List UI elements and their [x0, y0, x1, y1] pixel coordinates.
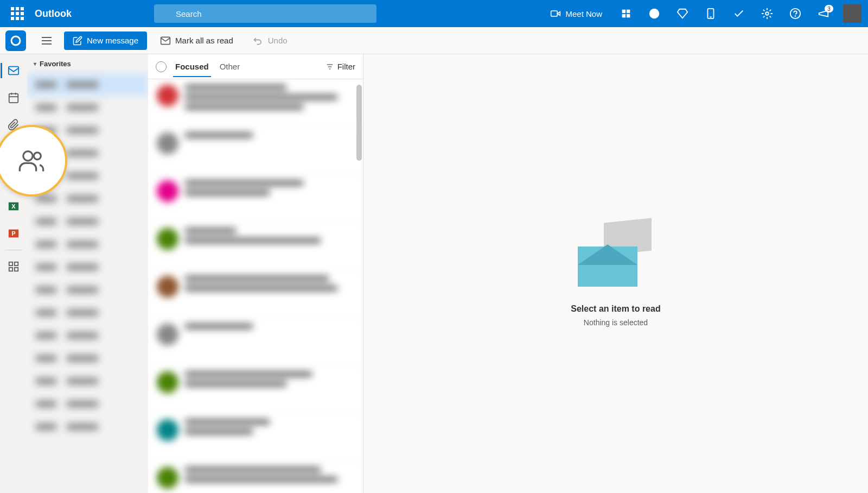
skype-button[interactable]	[641, 1, 667, 27]
message-item[interactable]	[148, 318, 363, 366]
outlook-icon	[9, 34, 22, 47]
filter-label: Filter	[337, 62, 355, 71]
search-input[interactable]	[154, 4, 376, 23]
meet-now-label: Meet Now	[565, 9, 602, 18]
message-list-body[interactable]	[148, 79, 363, 493]
mail-icon	[8, 65, 20, 77]
svg-rect-4	[622, 10, 626, 13]
svg-point-31	[34, 153, 41, 160]
message-list-pane: Focused Other Filter	[148, 54, 363, 493]
empty-state-illustration	[578, 220, 654, 291]
svg-text:P: P	[11, 230, 15, 237]
envelope-open-icon	[160, 35, 171, 46]
compose-icon	[73, 36, 82, 46]
sender-avatar	[157, 276, 178, 298]
teams-button[interactable]	[613, 1, 639, 27]
message-item[interactable]	[148, 270, 363, 318]
empty-state-subtitle: Nothing is selected	[584, 318, 648, 327]
sender-avatar	[157, 467, 178, 489]
svg-rect-5	[627, 10, 630, 13]
undo-button[interactable]: Undo	[246, 32, 294, 49]
folder-item[interactable]	[27, 210, 148, 233]
excel-icon: X	[8, 200, 20, 212]
premium-button[interactable]	[669, 1, 695, 27]
folder-item[interactable]	[27, 301, 148, 324]
outlook-logo	[5, 30, 26, 51]
new-message-button[interactable]: New message	[64, 31, 147, 50]
svg-rect-2	[551, 11, 558, 16]
rail-excel[interactable]: X	[1, 193, 27, 219]
folder-item[interactable]	[27, 393, 148, 415]
todo-button[interactable]	[726, 1, 752, 27]
svg-point-8	[649, 9, 659, 18]
message-item[interactable]	[148, 127, 363, 175]
favorites-header[interactable]: ▾ Favorites	[27, 54, 148, 73]
favorites-label: Favorites	[40, 60, 71, 68]
mark-all-read-button[interactable]: Mark all as read	[154, 32, 240, 49]
app-launcher-button[interactable]	[4, 1, 30, 27]
undo-icon	[253, 35, 264, 46]
header-actions: Meet Now	[541, 1, 864, 27]
meet-now-button[interactable]: Meet Now	[541, 8, 611, 19]
svg-rect-29	[15, 268, 18, 271]
message-item[interactable]	[148, 223, 363, 270]
rail-divider	[5, 250, 22, 250]
search-container	[154, 4, 376, 23]
message-item[interactable]	[148, 462, 363, 493]
folder-item[interactable]	[27, 233, 148, 256]
message-item[interactable]	[148, 175, 363, 223]
filter-button[interactable]: Filter	[326, 62, 355, 71]
message-item[interactable]	[148, 414, 363, 462]
command-toolbar: New message Mark all as read Undo	[0, 27, 868, 54]
rail-calendar[interactable]	[1, 85, 27, 111]
svg-point-30	[23, 151, 33, 161]
people-icon	[17, 147, 46, 175]
message-item[interactable]	[148, 366, 363, 414]
gear-icon	[761, 8, 773, 20]
folder-item[interactable]	[27, 279, 148, 301]
svg-text:X: X	[11, 203, 16, 210]
settings-button[interactable]	[754, 1, 780, 27]
folder-item[interactable]	[27, 73, 148, 96]
empty-state-title: Select an item to read	[571, 304, 660, 314]
outlook-mobile-button[interactable]	[698, 1, 724, 27]
reading-pane: Select an item to read Nothing is select…	[363, 54, 868, 493]
folder-item[interactable]	[27, 256, 148, 279]
notifications-button[interactable]: 3	[810, 1, 837, 27]
folder-item[interactable]	[27, 347, 148, 370]
new-message-label: New message	[87, 36, 138, 45]
svg-rect-27	[15, 262, 18, 266]
help-button[interactable]	[782, 1, 808, 27]
svg-rect-26	[9, 262, 12, 266]
rail-powerpoint[interactable]: P	[1, 220, 27, 246]
skype-icon	[648, 8, 660, 20]
folder-item[interactable]	[27, 370, 148, 393]
filter-icon	[326, 62, 334, 71]
svg-point-11	[765, 12, 769, 15]
svg-rect-6	[622, 14, 626, 17]
app-header: Outlook Meet Now	[0, 0, 868, 27]
select-all-checkbox[interactable]	[156, 61, 167, 72]
rail-mail[interactable]	[1, 58, 27, 84]
sender-avatar	[157, 132, 178, 154]
hamburger-icon	[42, 37, 52, 45]
svg-point-13	[795, 16, 796, 16]
diamond-icon	[676, 8, 688, 20]
folder-item[interactable]	[27, 324, 148, 347]
message-item[interactable]	[148, 79, 363, 127]
chevron-down-icon: ▾	[34, 61, 36, 67]
sender-avatar	[157, 324, 178, 345]
powerpoint-icon: P	[8, 227, 20, 239]
tab-other[interactable]: Other	[218, 56, 242, 77]
rail-more-apps[interactable]	[1, 254, 27, 280]
sender-avatar	[157, 228, 178, 250]
folder-item[interactable]	[27, 96, 148, 119]
tab-focused[interactable]: Focused	[173, 56, 211, 77]
toggle-folder-pane-button[interactable]	[36, 30, 58, 52]
message-list-header: Focused Other Filter	[148, 54, 363, 79]
folder-pane: ▾ Favorites	[27, 54, 148, 493]
user-avatar[interactable]	[843, 4, 861, 23]
question-icon	[789, 8, 801, 20]
folder-item[interactable]	[27, 415, 148, 438]
notification-badge: 3	[825, 5, 833, 12]
